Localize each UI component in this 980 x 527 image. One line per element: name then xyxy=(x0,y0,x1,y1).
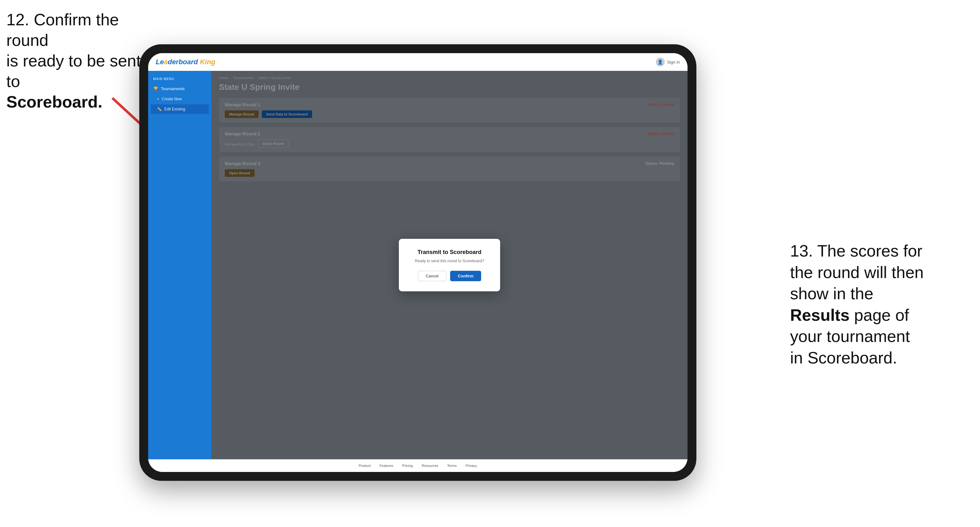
sidebar-item-create-new[interactable]: + Create New xyxy=(148,94,212,104)
logo: Leaderboard King xyxy=(156,58,215,66)
sign-in-area[interactable]: 👤 Sign In xyxy=(656,57,680,67)
annotation-top: 12. Confirm the round is ready to be sen… xyxy=(6,10,158,112)
annotation-right: 13. The scores forthe round will thensho… xyxy=(790,240,974,369)
footer-link-terms[interactable]: Terms xyxy=(447,464,457,468)
sign-in-label[interactable]: Sign In xyxy=(667,60,680,65)
transmit-modal: Transmit to Scoreboard Ready to send thi… xyxy=(399,239,500,291)
tournaments-label: Tournaments xyxy=(161,86,185,91)
footer-link-pricing[interactable]: Pricing xyxy=(402,464,413,468)
sidebar: MAIN MENU 🏆 Tournaments + Create New ✏️ … xyxy=(148,71,212,459)
footer-link-privacy[interactable]: Privacy xyxy=(466,464,477,468)
user-avatar-icon: 👤 xyxy=(656,57,665,67)
sidebar-item-tournaments[interactable]: 🏆 Tournaments xyxy=(148,83,212,94)
logo-area: Leaderboard King xyxy=(156,58,215,66)
app-wrapper: Leaderboard King 👤 Sign In MAIN MENU 🏆 T… xyxy=(148,53,687,472)
tablet-device: Leaderboard King 👤 Sign In MAIN MENU 🏆 T… xyxy=(139,44,696,481)
tablet-screen: Leaderboard King 👤 Sign In MAIN MENU 🏆 T… xyxy=(148,53,687,472)
sidebar-item-edit-existing[interactable]: ✏️ Edit Existing xyxy=(151,105,209,114)
app-body: MAIN MENU 🏆 Tournaments + Create New ✏️ … xyxy=(148,71,687,459)
footer-link-resources[interactable]: Resources xyxy=(422,464,438,468)
main-menu-label: MAIN MENU xyxy=(148,75,212,83)
modal-cancel-button[interactable]: Cancel xyxy=(418,271,446,281)
footer-link-product[interactable]: Product xyxy=(359,464,371,468)
edit-icon: ✏️ xyxy=(157,107,162,111)
top-nav: Leaderboard King 👤 Sign In xyxy=(148,53,687,71)
modal-title: Transmit to Scoreboard xyxy=(410,249,489,256)
footer: Product Features Pricing Resources Terms… xyxy=(148,459,687,472)
main-content: Home › Tournaments › State U Spring Invi… xyxy=(212,71,687,459)
modal-subtitle: Ready to send this round to Scoreboard? xyxy=(410,259,489,263)
trophy-icon: 🏆 xyxy=(153,86,158,91)
modal-confirm-button[interactable]: Confirm xyxy=(450,271,481,281)
footer-link-features[interactable]: Features xyxy=(380,464,393,468)
modal-buttons: Cancel Confirm xyxy=(410,271,489,281)
edit-existing-label: Edit Existing xyxy=(164,107,185,111)
modal-overlay: Transmit to Scoreboard Ready to send thi… xyxy=(212,71,687,459)
plus-icon: + xyxy=(157,97,159,101)
create-new-label: Create New xyxy=(162,97,182,101)
